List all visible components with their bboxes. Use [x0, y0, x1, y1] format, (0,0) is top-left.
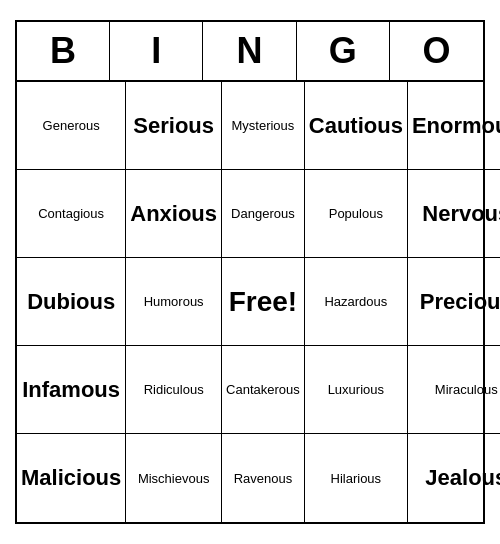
- bingo-cell: Anxious: [126, 170, 222, 258]
- cell-text: Cantakerous: [226, 382, 300, 397]
- bingo-cell: Mysterious: [222, 82, 305, 170]
- bingo-grid: GenerousSeriousMysteriousCautiousEnormou…: [17, 82, 483, 522]
- cell-text: Cautious: [309, 113, 403, 139]
- cell-text: Infamous: [22, 377, 120, 403]
- bingo-cell: Luxurious: [305, 346, 408, 434]
- cell-text: Hilarious: [331, 471, 382, 486]
- cell-text: Nervous: [422, 201, 500, 227]
- bingo-cell: Precious: [408, 258, 500, 346]
- cell-text: Ridiculous: [144, 382, 204, 397]
- cell-text: Free!: [229, 286, 297, 318]
- cell-text: Mischievous: [138, 471, 210, 486]
- cell-text: Contagious: [38, 206, 104, 221]
- cell-text: Dubious: [27, 289, 115, 315]
- bingo-cell: Jealous: [408, 434, 500, 522]
- header-letter: G: [297, 22, 390, 80]
- cell-text: Generous: [43, 118, 100, 133]
- bingo-cell: Miraculous: [408, 346, 500, 434]
- bingo-cell: Generous: [17, 82, 126, 170]
- bingo-cell: Infamous: [17, 346, 126, 434]
- cell-text: Jealous: [425, 465, 500, 491]
- bingo-cell: Mischievous: [126, 434, 222, 522]
- header-letter: O: [390, 22, 483, 80]
- bingo-cell: Humorous: [126, 258, 222, 346]
- cell-text: Hazardous: [324, 294, 387, 309]
- bingo-cell: Malicious: [17, 434, 126, 522]
- cell-text: Humorous: [144, 294, 204, 309]
- cell-text: Precious: [420, 289, 500, 315]
- bingo-cell: Cautious: [305, 82, 408, 170]
- cell-text: Luxurious: [328, 382, 384, 397]
- bingo-cell: Cantakerous: [222, 346, 305, 434]
- bingo-cell: Serious: [126, 82, 222, 170]
- bingo-cell: Ravenous: [222, 434, 305, 522]
- cell-text: Mysterious: [231, 118, 294, 133]
- bingo-cell: Enormous: [408, 82, 500, 170]
- cell-text: Enormous: [412, 113, 500, 139]
- cell-text: Serious: [133, 113, 214, 139]
- bingo-cell: Nervous: [408, 170, 500, 258]
- bingo-cell: Dubious: [17, 258, 126, 346]
- cell-text: Populous: [329, 206, 383, 221]
- header-letter: N: [203, 22, 296, 80]
- bingo-cell: Hilarious: [305, 434, 408, 522]
- cell-text: Anxious: [130, 201, 217, 227]
- bingo-cell: Contagious: [17, 170, 126, 258]
- cell-text: Dangerous: [231, 206, 295, 221]
- bingo-cell: Ridiculous: [126, 346, 222, 434]
- bingo-card: BINGO GenerousSeriousMysteriousCautiousE…: [15, 20, 485, 524]
- bingo-cell: Populous: [305, 170, 408, 258]
- bingo-cell: Free!: [222, 258, 305, 346]
- bingo-cell: Dangerous: [222, 170, 305, 258]
- bingo-cell: Hazardous: [305, 258, 408, 346]
- cell-text: Miraculous: [435, 382, 498, 397]
- cell-text: Malicious: [21, 465, 121, 491]
- header-letter: I: [110, 22, 203, 80]
- header-letter: B: [17, 22, 110, 80]
- cell-text: Ravenous: [234, 471, 293, 486]
- bingo-header: BINGO: [17, 22, 483, 82]
